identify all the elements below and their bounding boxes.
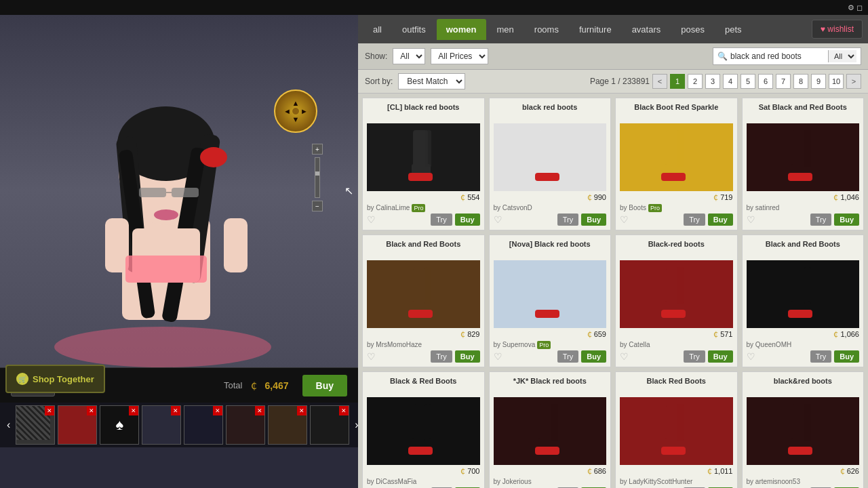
tab-rooms[interactable]: rooms <box>525 19 568 40</box>
buy-button-7[interactable]: Buy <box>834 350 859 363</box>
page-2[interactable]: 2 <box>688 74 703 89</box>
heart-button-1[interactable]: ♡ <box>494 214 502 225</box>
tab-women[interactable]: women <box>437 19 486 40</box>
try-button-2[interactable]: Try <box>684 214 705 226</box>
heart-button-5[interactable]: ♡ <box>494 351 502 362</box>
outfit-slot-7[interactable]: ✕ <box>268 405 307 445</box>
filter-bar: Show: All All Prices 🔍 All <box>358 43 868 70</box>
product-actions-6: ♡ Try Buy <box>620 350 733 363</box>
product-image-3 <box>747 123 860 191</box>
show-select[interactable]: All <box>393 48 425 64</box>
top-icons: ⚙ ◻ <box>848 3 863 12</box>
price-select[interactable]: All Prices <box>431 48 488 64</box>
heart-button-0[interactable]: ♡ <box>367 214 376 225</box>
heart-button-2[interactable]: ♡ <box>620 214 629 225</box>
buy-button-0[interactable]: Buy <box>455 214 480 226</box>
slots-next[interactable]: › <box>352 419 358 431</box>
try-button-3[interactable]: Try <box>810 214 831 226</box>
product-image-0 <box>367 123 480 191</box>
svg-rect-17 <box>125 256 207 283</box>
heart-button-7[interactable]: ♡ <box>747 351 755 362</box>
buy-button-1[interactable]: Buy <box>581 214 606 226</box>
main-buy-button[interactable]: Buy <box>302 375 347 396</box>
outfit-slot-5[interactable]: ✕ <box>184 405 223 445</box>
slot-2-remove[interactable]: ✕ <box>87 406 96 415</box>
tab-men[interactable]: men <box>488 19 524 40</box>
shop-together-button[interactable]: 🛒 Shop Together <box>5 365 105 393</box>
page-3[interactable]: 3 <box>705 74 720 89</box>
shop-icon: 🛒 <box>16 373 28 385</box>
outfit-slot-1[interactable]: ✕ <box>16 405 55 445</box>
try-button-0[interactable]: Try <box>431 214 452 226</box>
product-grid: [CL] black red boots ₵ 554 by CalinaLime… <box>358 94 868 488</box>
heart-button-6[interactable]: ♡ <box>620 351 629 362</box>
search-input[interactable] <box>730 52 825 61</box>
svg-rect-52 <box>408 447 433 455</box>
svg-rect-65 <box>804 404 811 441</box>
product-price-11: ₵ 626 <box>747 467 860 476</box>
shop-together-label: Shop Together <box>33 374 94 384</box>
slots-prev[interactable]: ‹ <box>4 419 13 431</box>
svg-rect-53 <box>425 404 431 441</box>
buy-button-4[interactable]: Buy <box>455 350 480 363</box>
wishlist-button[interactable]: ♥ wishlist <box>812 20 863 39</box>
zoom-in-button[interactable]: + <box>312 144 323 155</box>
product-author-2: by BootsPro <box>620 204 733 211</box>
svg-rect-64 <box>788 447 812 455</box>
try-button-5[interactable]: Try <box>557 350 578 363</box>
page-7[interactable]: 7 <box>776 74 791 89</box>
page-1[interactable]: 1 <box>670 74 685 89</box>
slot-7-remove[interactable]: ✕ <box>297 406 307 415</box>
outfit-slot-8[interactable]: ✕ <box>310 405 349 445</box>
outfit-slot-2[interactable]: ✕ <box>58 405 97 445</box>
page-9[interactable]: 9 <box>811 74 826 89</box>
try-button-6[interactable]: Try <box>684 350 705 363</box>
tab-pets[interactable]: pets <box>715 19 751 40</box>
buy-button-5[interactable]: Buy <box>581 350 606 363</box>
product-price-5: ₵ 659 <box>494 330 607 339</box>
tab-furniture[interactable]: furniture <box>570 19 621 40</box>
slot-4-remove[interactable]: ✕ <box>171 406 180 415</box>
product-title-3: Sat Black and Red Boots <box>747 102 860 121</box>
slot-3-remove[interactable]: ✕ <box>129 406 138 415</box>
slot-6-remove[interactable]: ✕ <box>255 406 264 415</box>
outfit-slot-6[interactable]: ✕ <box>226 405 265 445</box>
dpad[interactable]: ▲ ▼ ◄ ► <box>274 89 317 133</box>
svg-rect-57 <box>551 404 558 441</box>
product-price-7: ₵ 1,066 <box>747 330 860 339</box>
page-next[interactable]: > <box>846 74 861 89</box>
slot-5-remove[interactable]: ✕ <box>213 406 222 415</box>
slot-8-remove[interactable]: ✕ <box>339 406 349 415</box>
try-button-7[interactable]: Try <box>810 350 831 363</box>
buy-button-3[interactable]: Buy <box>834 214 859 226</box>
zoom-out-button[interactable]: − <box>312 201 323 211</box>
product-card: Black-red boots ₵ 571 by Catella ♡ Try B… <box>615 235 738 367</box>
page-5[interactable]: 5 <box>741 74 755 89</box>
sort-bar: Sort by: Best Match Page 1 / 233891 < 1 … <box>358 70 868 94</box>
zoom-controls: + − <box>312 144 323 211</box>
heart-button-4[interactable]: ♡ <box>367 351 376 362</box>
page-10[interactable]: 10 <box>829 74 844 89</box>
page-6[interactable]: 6 <box>758 74 773 89</box>
heart-button-3[interactable]: ♡ <box>747 214 755 225</box>
search-category-select[interactable]: All <box>828 50 856 62</box>
tab-all[interactable]: all <box>363 19 391 40</box>
buy-button-6[interactable]: Buy <box>708 350 733 363</box>
page-prev[interactable]: < <box>652 74 667 89</box>
slot-1-remove[interactable]: ✕ <box>45 406 54 415</box>
product-card: Black and Red Boots ₵ 829 by MrsMomoHaze… <box>362 235 485 367</box>
total-label: Total <box>224 380 242 390</box>
outfit-slot-4[interactable]: ✕ <box>142 405 181 445</box>
tab-poses[interactable]: poses <box>671 19 714 40</box>
sort-select[interactable]: Best Match <box>398 73 465 89</box>
page-8[interactable]: 8 <box>793 74 808 89</box>
tab-outfits[interactable]: outfits <box>393 19 435 40</box>
product-title-6: Black-red boots <box>620 239 733 258</box>
try-button-1[interactable]: Try <box>557 214 578 226</box>
outfit-slot-3[interactable]: ✕ ♠ <box>100 405 139 445</box>
buy-button-2[interactable]: Buy <box>708 214 733 226</box>
try-button-4[interactable]: Try <box>431 350 452 363</box>
page-4[interactable]: 4 <box>723 74 738 89</box>
tab-avatars[interactable]: avatars <box>623 19 671 40</box>
product-author-3: by satinred <box>747 204 860 211</box>
